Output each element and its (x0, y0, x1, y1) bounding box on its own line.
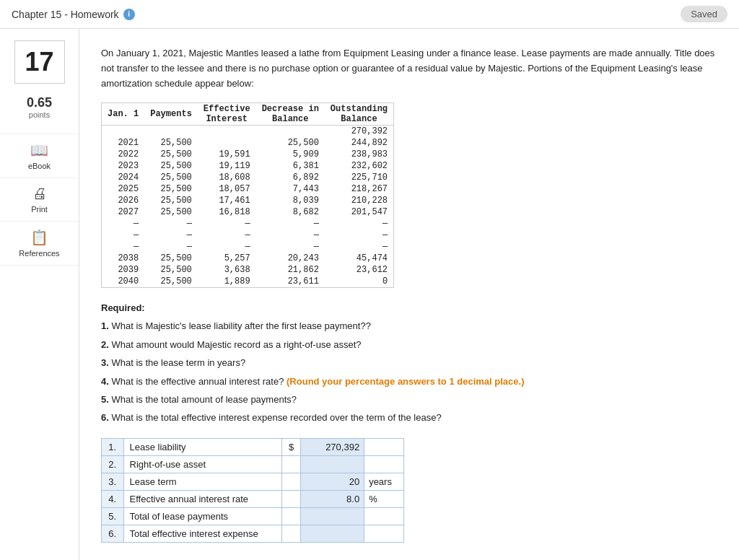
answer-input-cell[interactable] (301, 525, 364, 542)
amort-payments: — (144, 229, 198, 241)
amort-balance: — (325, 229, 394, 241)
amort-balance: — (325, 241, 394, 253)
amort-decrease: — (256, 229, 325, 241)
amort-interest: 18,608 (198, 172, 256, 183)
required-section: Required: 1. What is Majestic's lease li… (101, 302, 717, 426)
amort-payments: 25,500 (144, 137, 198, 149)
amort-year: — (102, 229, 145, 241)
unit-label: years (364, 473, 404, 490)
answer-row-label: Total effective interest expense (123, 525, 281, 542)
amort-balance: 270,392 (325, 126, 394, 138)
amort-payments: 25,500 (144, 253, 198, 264)
amort-year: 2024 (102, 172, 145, 183)
req-5: 5. What is the total amount of lease pay… (101, 391, 717, 408)
amort-decrease: 21,862 (256, 264, 325, 276)
points-value: 0.65 (27, 95, 52, 110)
answer-input-cell[interactable] (301, 455, 364, 473)
problem-number: 17 (14, 40, 65, 84)
answer-row: 2. Right-of-use asset (102, 455, 404, 473)
answer-input[interactable] (305, 459, 359, 470)
amort-decrease (256, 126, 325, 138)
problem-text: On January 1, 2021, Majestic Mantles lea… (101, 46, 717, 91)
page-title: Chapter 15 - Homework i (12, 9, 135, 20)
amort-interest: 16,818 (198, 206, 256, 218)
amort-balance: 218,267 (325, 183, 394, 195)
amort-interest: 19,119 (198, 160, 256, 172)
amort-decrease: 6,892 (256, 172, 325, 183)
chapter-title: Chapter 15 - Homework (12, 9, 119, 20)
info-icon[interactable]: i (123, 9, 135, 20)
amort-year: 2021 (102, 137, 145, 149)
answer-row: 5. Total of lease payments (102, 507, 404, 525)
table-row: 2025 25,500 18,057 7,443 218,267 (102, 183, 394, 195)
answer-row-label: Total of lease payments (123, 507, 281, 525)
amort-payments: 25,500 (144, 276, 198, 288)
main-layout: 17 0.65 points 📖 eBook 🖨 Print 📋 Referen… (0, 29, 739, 560)
amort-payments: — (144, 241, 198, 253)
amort-body: 270,392 2021 25,500 25,500 244,892 2022 … (102, 126, 394, 288)
unit-label: % (364, 490, 404, 507)
answer-row-num: 6. (102, 525, 124, 542)
amort-year: 2040 (102, 276, 145, 288)
amort-decrease: — (256, 218, 325, 229)
amort-year: 2022 (102, 149, 145, 160)
dollar-sign: $ (281, 438, 301, 455)
answer-input[interactable] (305, 528, 359, 539)
sidebar: 17 0.65 points 📖 eBook 🖨 Print 📋 Referen… (0, 29, 79, 560)
answer-input-cell[interactable] (301, 507, 364, 525)
sidebar-item-references[interactable]: 📋 References (0, 221, 79, 266)
col-balance: OutstandingBalance (325, 103, 394, 126)
answer-input-cell[interactable] (301, 473, 364, 490)
amort-year: 2026 (102, 195, 145, 206)
amort-interest: 3,638 (198, 264, 256, 276)
amort-year: 2038 (102, 253, 145, 264)
table-row: 2040 25,500 1,889 23,611 0 (102, 276, 394, 288)
table-row: 270,392 (102, 126, 394, 138)
points-label: points (29, 110, 50, 119)
answer-input-cell[interactable] (301, 490, 364, 507)
table-row: 2021 25,500 25,500 244,892 (102, 137, 394, 149)
amort-interest (198, 126, 256, 138)
amort-interest: 18,057 (198, 183, 256, 195)
sidebar-print-label: Print (31, 205, 48, 214)
table-row: 2039 25,500 3,638 21,862 23,612 (102, 264, 394, 276)
answer-input[interactable] (305, 494, 359, 504)
top-bar: Chapter 15 - Homework i Saved (0, 0, 739, 29)
col-interest: EffectiveInterest (198, 103, 256, 126)
amort-header-row: Jan. 1 Payments EffectiveInterest Decrea… (102, 103, 394, 126)
amort-decrease: 20,243 (256, 253, 325, 264)
amort-year (102, 126, 145, 138)
amort-balance: 210,228 (325, 195, 394, 206)
answer-row-num: 1. (102, 438, 124, 455)
req-6: 6. What is the total effective interest … (101, 409, 717, 426)
amortization-table: Jan. 1 Payments EffectiveInterest Decrea… (101, 102, 394, 288)
unit-empty (364, 455, 404, 473)
table-row: 2026 25,500 17,461 8,039 210,228 (102, 195, 394, 206)
saved-badge: Saved (681, 6, 727, 22)
answer-row: 6. Total effective interest expense (102, 525, 404, 542)
answer-input[interactable] (305, 476, 359, 487)
amort-balance: 238,983 (325, 149, 394, 160)
amort-decrease: 25,500 (256, 137, 325, 149)
amort-year: 2023 (102, 160, 145, 172)
col-decrease: Decrease inBalance (256, 103, 325, 126)
answer-input[interactable] (305, 442, 359, 452)
amort-decrease: 23,611 (256, 276, 325, 288)
unit-empty (364, 438, 404, 455)
amort-balance: 45,474 (325, 253, 394, 264)
amort-balance: 0 (325, 276, 394, 288)
sidebar-item-ebook[interactable]: 📖 eBook (0, 134, 79, 178)
amort-decrease: 6,381 (256, 160, 325, 172)
col-payments: Payments (144, 103, 198, 126)
amort-payments (144, 126, 198, 138)
answer-input-cell[interactable] (301, 438, 364, 455)
amort-decrease: 7,443 (256, 183, 325, 195)
unit-empty (364, 525, 404, 542)
answer-row: 3. Lease term years (102, 473, 404, 490)
print-icon: 🖨 (32, 185, 47, 202)
answer-table: 1. Lease liability $ 2. Right-of-use ass… (101, 438, 404, 543)
references-icon: 📋 (30, 229, 48, 246)
answer-input[interactable] (305, 511, 359, 522)
sidebar-item-print[interactable]: 🖨 Print (0, 178, 79, 221)
answer-row-label: Lease term (123, 473, 281, 490)
